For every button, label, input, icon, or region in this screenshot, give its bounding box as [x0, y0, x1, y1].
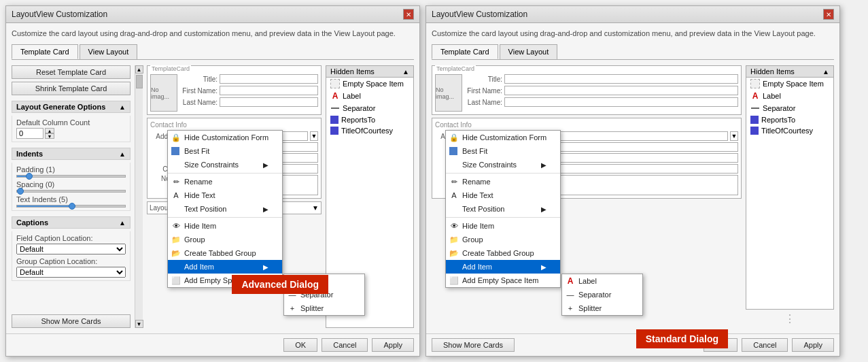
right-panel-2: Hidden Items ▲ Empty Space Item A Label [746, 65, 834, 328]
tab-template-card-2[interactable]: Template Card [432, 44, 498, 59]
hide-form-icon-2: 🔒 [449, 133, 459, 142]
captions-body: Field Caption Location: Default Group Ca… [12, 231, 131, 281]
cancel-btn-1[interactable]: Cancel [322, 338, 368, 352]
field-caption-select[interactable]: Default [16, 244, 126, 254]
lastname-input-2[interactable] [504, 97, 738, 107]
menu-create-tabbed-group-2[interactable]: 📂 Create Tabbed Group [446, 246, 560, 260]
menu-hide-text[interactable]: A Hide Text [168, 188, 282, 202]
reset-btn[interactable]: Reset Template Card [12, 65, 131, 79]
title-icon-2 [750, 127, 759, 135]
scroll-down[interactable]: ▼ [135, 320, 143, 328]
firstname-field-row-2: First Name: [465, 86, 738, 95]
cancel-btn-2[interactable]: Cancel [742, 338, 788, 352]
spin-up[interactable]: ▲ [45, 128, 54, 133]
apply-btn-2[interactable]: Apply [792, 338, 834, 352]
menu-create-tabbed-group[interactable]: 📂 Create Tabbed Group [168, 246, 282, 260]
title-field-row: Title: [180, 74, 318, 84]
submenu-separator-2[interactable]: — Separator [562, 288, 642, 301]
bottom-bar-1: OK Cancel Apply [6, 333, 419, 356]
address-dropdown-2[interactable]: ▼ [730, 131, 738, 141]
label-icon-sub-2: A [566, 276, 575, 286]
column-count-field: ▲ ▼ [16, 128, 126, 139]
layout-generate-header[interactable]: Layout Generate Options ▲ [12, 101, 131, 113]
tab-view-layout-1[interactable]: View Layout [80, 44, 138, 59]
captions-header[interactable]: Captions ▲ [12, 216, 131, 229]
submenu-label-2[interactable]: A Label [562, 274, 642, 288]
menu-rename-2[interactable]: ✏ Rename [446, 175, 560, 188]
show-more-container: Show More Cards [12, 310, 131, 328]
tab-view-layout-2[interactable]: View Layout [500, 44, 558, 59]
menu-group-2[interactable]: 📁 Group [446, 233, 560, 246]
spacing-track[interactable] [16, 190, 126, 193]
menu-add-item-2[interactable]: Add Item ▶ [446, 260, 560, 274]
close-button-2[interactable]: ✕ [823, 9, 834, 20]
firstname-label-2: First Name: [465, 87, 502, 95]
firstname-input-2[interactable] [504, 86, 738, 95]
menu-hide-form[interactable]: 🔒 Hide Customization Form [168, 131, 282, 144]
indents-header[interactable]: Indents ▲ [12, 148, 131, 160]
show-more-cards-btn[interactable]: Show More Cards [12, 314, 131, 328]
ok-btn-1[interactable]: OK [283, 338, 317, 352]
tabbed-group-icon: 📂 [171, 248, 181, 258]
padding-track[interactable] [16, 175, 126, 178]
dialog-content-1: Customize the card layout using drag-and… [6, 23, 419, 333]
hidden-item-label-2: A Label [746, 90, 833, 102]
add-empty-icon: ⬜ [171, 276, 181, 285]
column-count-input[interactable] [16, 128, 44, 139]
menu-hide-form-2[interactable]: 🔒 Hide Customization Form [446, 131, 560, 144]
menu-add-empty-space-2[interactable]: ⬜ Add Empty Space Item [446, 274, 560, 287]
layout-tree-chevron[interactable]: ▼ [312, 204, 319, 212]
separator-icon-sub-2: — [566, 290, 575, 299]
title-input[interactable] [220, 74, 318, 84]
apply-btn-1[interactable]: Apply [372, 338, 414, 352]
scroll-thumb-1[interactable] [136, 75, 143, 88]
add-item-icon-2 [449, 262, 459, 272]
shrink-btn[interactable]: Shrink Template Card [12, 82, 131, 95]
field-caption-label: Field Caption Location: [16, 234, 126, 242]
menu-rename[interactable]: ✏ Rename [168, 175, 282, 188]
dialog-content-2: Customize the card layout using drag-and… [426, 23, 839, 333]
show-more-btn-2[interactable]: Show More Cards [432, 338, 515, 352]
spin-down[interactable]: ▼ [45, 133, 54, 139]
hidden-items-collapse-2[interactable]: ▲ [822, 68, 829, 76]
reports-icon-2 [750, 116, 759, 124]
size-constraints-icon-2 [449, 160, 459, 169]
menu-hide-item-2[interactable]: 👁 Hide Item [446, 219, 560, 233]
tab-template-card-1[interactable]: Template Card [12, 44, 78, 59]
submenu-splitter[interactable]: + Splitter [284, 301, 364, 315]
left-panel-scroll[interactable]: ▲ ▼ [135, 65, 143, 328]
close-button-1[interactable]: ✕ [403, 9, 414, 20]
text-indents-track[interactable] [16, 205, 126, 208]
resize-handle-2: ⋮ [746, 310, 834, 328]
menu-size-constraints-2[interactable]: Size Constraints ▶ [446, 158, 560, 171]
title-input-2[interactable] [504, 74, 738, 84]
lastname-input[interactable] [220, 97, 318, 107]
menu-text-position-2[interactable]: Text Position ▶ [446, 202, 560, 216]
menu-size-constraints[interactable]: Size Constraints ▶ [168, 158, 282, 171]
menu-hide-text-2[interactable]: A Hide Text [446, 188, 560, 202]
contact-info-label: Contact Info [150, 121, 318, 129]
menu-add-item[interactable]: Add Item ▶ [168, 260, 282, 274]
firstname-input[interactable] [220, 86, 318, 95]
empty-space-icon-1 [330, 79, 340, 88]
hidden-items-collapse[interactable]: ▲ [402, 68, 409, 76]
card-fields: Title: First Name: Last Name: [180, 74, 318, 112]
menu-best-fit[interactable]: Best Fit [168, 144, 282, 158]
menu-text-position[interactable]: Text Position ▶ [168, 202, 282, 216]
context-menu-2: 🔒 Hide Customization Form Best Fit Size … [445, 130, 561, 288]
submenu-splitter-2[interactable]: + Splitter [562, 301, 642, 315]
menu-group[interactable]: 📁 Group [168, 233, 282, 246]
group-caption-select[interactable]: Default [16, 267, 126, 278]
middle-panel-1: TemplateCard No imag... Title: First Nam… [147, 65, 322, 328]
hidden-item-label-1: A Label [326, 90, 413, 102]
lastname-label: Last Name: [180, 99, 218, 106]
address-dropdown[interactable]: ▼ [310, 131, 318, 141]
standard-dialog-window: LayoutView Customization ✕ Customize the… [426, 5, 840, 357]
scroll-up[interactable]: ▲ [135, 65, 143, 73]
menu-hide-item[interactable]: 👁 Hide Item [168, 219, 282, 233]
menu-best-fit-2[interactable]: Best Fit [446, 144, 560, 158]
add-empty-icon-2: ⬜ [449, 276, 459, 285]
contact-info-label-2: Contact Info [435, 121, 738, 129]
left-panel-1: Reset Template Card Shrink Template Card… [12, 65, 131, 328]
title-bar-1: LayoutView Customization ✕ [6, 6, 419, 23]
